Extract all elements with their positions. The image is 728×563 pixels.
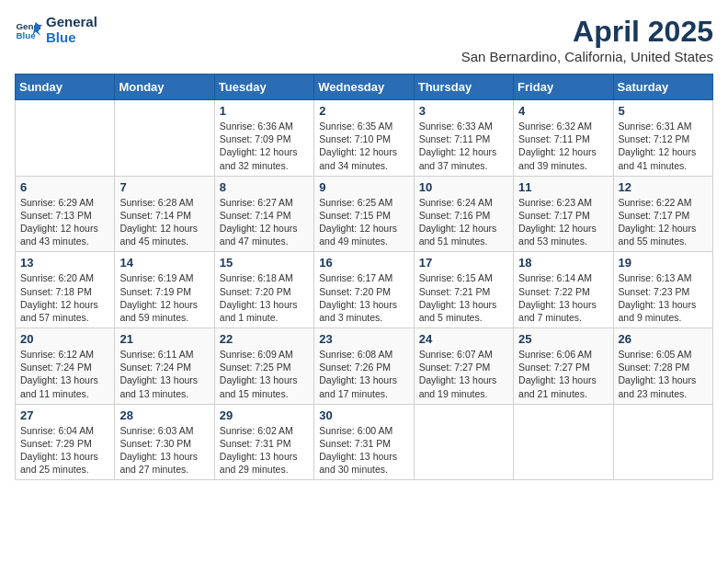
day-info: Sunrise: 6:17 AM Sunset: 7:20 PM Dayligh… (319, 271, 408, 324)
calendar-cell: 11Sunrise: 6:23 AM Sunset: 7:17 PM Dayli… (514, 176, 613, 252)
day-number: 8 (220, 180, 309, 194)
svg-text:Blue: Blue (17, 30, 37, 40)
page-subtitle: San Bernardino, California, United State… (461, 49, 713, 64)
day-number: 10 (419, 180, 508, 194)
day-info: Sunrise: 6:07 AM Sunset: 7:27 PM Dayligh… (419, 348, 508, 400)
page-title: April 2025 (461, 15, 713, 49)
day-info: Sunrise: 6:28 AM Sunset: 7:14 PM Dayligh… (119, 196, 209, 248)
day-info: Sunrise: 6:00 AM Sunset: 7:31 PM Dayligh… (319, 424, 408, 477)
day-info: Sunrise: 6:13 AM Sunset: 7:23 PM Dayligh… (619, 271, 708, 324)
day-info: Sunrise: 6:25 AM Sunset: 7:15 PM Dayligh… (319, 196, 408, 248)
day-info: Sunrise: 6:05 AM Sunset: 7:28 PM Dayligh… (619, 348, 708, 400)
day-info: Sunrise: 6:24 AM Sunset: 7:16 PM Dayligh… (419, 196, 508, 248)
day-number: 27 (20, 408, 109, 422)
calendar-cell (514, 404, 613, 480)
weekday-header: Wednesday (314, 75, 414, 100)
day-info: Sunrise: 6:31 AM Sunset: 7:12 PM Dayligh… (619, 120, 708, 172)
day-number: 6 (20, 180, 109, 194)
day-info: Sunrise: 6:19 AM Sunset: 7:19 PM Dayligh… (119, 271, 209, 324)
calendar-cell: 17Sunrise: 6:15 AM Sunset: 7:21 PM Dayli… (414, 252, 513, 328)
title-area: April 2025 San Bernardino, California, U… (461, 15, 713, 64)
calendar-cell: 24Sunrise: 6:07 AM Sunset: 7:27 PM Dayli… (414, 328, 513, 405)
page-header: General Blue General Blue April 2025 San… (15, 15, 713, 64)
weekday-header: Sunday (16, 75, 115, 100)
calendar-cell: 15Sunrise: 6:18 AM Sunset: 7:20 PM Dayli… (214, 252, 313, 328)
weekday-header: Saturday (613, 75, 712, 100)
calendar-cell: 27Sunrise: 6:04 AM Sunset: 7:29 PM Dayli… (16, 404, 115, 480)
day-info: Sunrise: 6:33 AM Sunset: 7:11 PM Dayligh… (419, 120, 508, 172)
calendar-week-row: 6Sunrise: 6:29 AM Sunset: 7:13 PM Daylig… (16, 176, 713, 252)
day-info: Sunrise: 6:14 AM Sunset: 7:22 PM Dayligh… (518, 271, 608, 324)
day-number: 9 (319, 180, 408, 194)
calendar-cell: 30Sunrise: 6:00 AM Sunset: 7:31 PM Dayli… (314, 404, 414, 480)
day-number: 13 (20, 256, 109, 270)
calendar-cell: 5Sunrise: 6:31 AM Sunset: 7:12 PM Daylig… (613, 100, 712, 177)
day-number: 5 (619, 104, 708, 118)
calendar-cell (115, 100, 214, 177)
day-info: Sunrise: 6:20 AM Sunset: 7:18 PM Dayligh… (20, 271, 109, 324)
calendar-cell: 26Sunrise: 6:05 AM Sunset: 7:28 PM Dayli… (613, 328, 712, 405)
day-info: Sunrise: 6:11 AM Sunset: 7:24 PM Dayligh… (119, 348, 209, 400)
calendar-cell: 21Sunrise: 6:11 AM Sunset: 7:24 PM Dayli… (115, 328, 214, 405)
day-number: 17 (419, 256, 508, 270)
day-number: 20 (20, 332, 109, 346)
day-info: Sunrise: 6:04 AM Sunset: 7:29 PM Dayligh… (20, 424, 109, 477)
day-number: 16 (319, 256, 408, 270)
day-info: Sunrise: 6:15 AM Sunset: 7:21 PM Dayligh… (419, 271, 508, 324)
day-number: 12 (619, 180, 708, 194)
calendar-cell: 2Sunrise: 6:35 AM Sunset: 7:10 PM Daylig… (314, 100, 414, 177)
calendar-cell: 28Sunrise: 6:03 AM Sunset: 7:30 PM Dayli… (115, 404, 214, 480)
day-info: Sunrise: 6:12 AM Sunset: 7:24 PM Dayligh… (20, 348, 109, 400)
calendar-cell: 4Sunrise: 6:32 AM Sunset: 7:11 PM Daylig… (514, 100, 613, 177)
calendar-cell: 20Sunrise: 6:12 AM Sunset: 7:24 PM Dayli… (16, 328, 115, 405)
calendar-cell: 8Sunrise: 6:27 AM Sunset: 7:14 PM Daylig… (214, 176, 313, 252)
calendar-cell (414, 404, 513, 480)
day-number: 4 (518, 104, 608, 118)
day-number: 25 (518, 332, 608, 346)
calendar-week-row: 13Sunrise: 6:20 AM Sunset: 7:18 PM Dayli… (16, 252, 713, 328)
day-number: 30 (319, 408, 408, 422)
calendar-cell: 29Sunrise: 6:02 AM Sunset: 7:31 PM Dayli… (214, 404, 313, 480)
logo-line1: General (46, 15, 97, 30)
day-number: 23 (319, 332, 408, 346)
calendar-cell: 7Sunrise: 6:28 AM Sunset: 7:14 PM Daylig… (115, 176, 214, 252)
day-info: Sunrise: 6:18 AM Sunset: 7:20 PM Dayligh… (220, 271, 309, 324)
day-info: Sunrise: 6:32 AM Sunset: 7:11 PM Dayligh… (518, 120, 608, 172)
calendar-header-row: SundayMondayTuesdayWednesdayThursdayFrid… (16, 75, 713, 100)
calendar-cell: 9Sunrise: 6:25 AM Sunset: 7:15 PM Daylig… (314, 176, 414, 252)
calendar-week-row: 20Sunrise: 6:12 AM Sunset: 7:24 PM Dayli… (16, 328, 713, 405)
logo: General Blue General Blue (15, 15, 97, 45)
day-number: 22 (220, 332, 309, 346)
day-number: 28 (119, 408, 209, 422)
calendar-cell: 3Sunrise: 6:33 AM Sunset: 7:11 PM Daylig… (414, 100, 513, 177)
day-number: 3 (419, 104, 508, 118)
day-info: Sunrise: 6:36 AM Sunset: 7:09 PM Dayligh… (220, 120, 309, 172)
day-info: Sunrise: 6:06 AM Sunset: 7:27 PM Dayligh… (518, 348, 608, 400)
weekday-header: Tuesday (214, 75, 313, 100)
calendar-cell: 25Sunrise: 6:06 AM Sunset: 7:27 PM Dayli… (514, 328, 613, 405)
day-info: Sunrise: 6:09 AM Sunset: 7:25 PM Dayligh… (220, 348, 309, 400)
logo-line2: Blue (46, 30, 97, 46)
day-number: 19 (619, 256, 708, 270)
day-number: 11 (518, 180, 608, 194)
calendar-cell: 1Sunrise: 6:36 AM Sunset: 7:09 PM Daylig… (214, 100, 313, 177)
calendar-cell: 12Sunrise: 6:22 AM Sunset: 7:17 PM Dayli… (613, 176, 712, 252)
calendar-week-row: 1Sunrise: 6:36 AM Sunset: 7:09 PM Daylig… (16, 100, 713, 177)
weekday-header: Thursday (414, 75, 513, 100)
calendar-cell: 19Sunrise: 6:13 AM Sunset: 7:23 PM Dayli… (613, 252, 712, 328)
calendar-cell (16, 100, 115, 177)
day-number: 24 (419, 332, 508, 346)
calendar-cell: 16Sunrise: 6:17 AM Sunset: 7:20 PM Dayli… (314, 252, 414, 328)
day-info: Sunrise: 6:22 AM Sunset: 7:17 PM Dayligh… (619, 196, 708, 248)
calendar-cell: 10Sunrise: 6:24 AM Sunset: 7:16 PM Dayli… (414, 176, 513, 252)
calendar-week-row: 27Sunrise: 6:04 AM Sunset: 7:29 PM Dayli… (16, 404, 713, 480)
day-info: Sunrise: 6:08 AM Sunset: 7:26 PM Dayligh… (319, 348, 408, 400)
day-number: 18 (518, 256, 608, 270)
day-number: 7 (119, 180, 209, 194)
weekday-header: Monday (115, 75, 214, 100)
day-info: Sunrise: 6:02 AM Sunset: 7:31 PM Dayligh… (220, 424, 309, 477)
day-info: Sunrise: 6:03 AM Sunset: 7:30 PM Dayligh… (119, 424, 209, 477)
day-number: 15 (220, 256, 309, 270)
day-number: 29 (220, 408, 309, 422)
calendar-cell (613, 404, 712, 480)
